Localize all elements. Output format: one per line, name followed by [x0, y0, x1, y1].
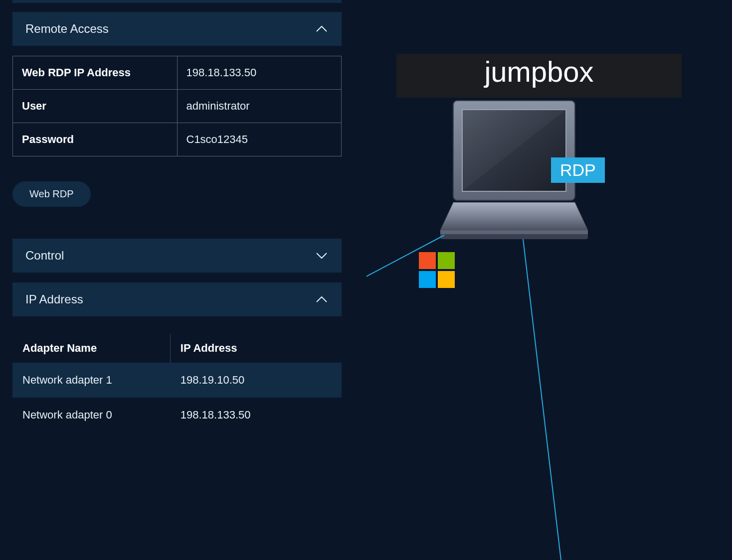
- cred-label: Web RDP IP Address: [13, 56, 178, 90]
- credentials-row: Web RDP IP Address 198.18.133.50: [13, 56, 342, 90]
- ip-address-header[interactable]: IP Address: [12, 282, 342, 316]
- credentials-table: Web RDP IP Address 198.18.133.50 User ad…: [12, 56, 342, 156]
- control-header[interactable]: Control: [12, 239, 342, 273]
- remote-access-header[interactable]: Remote Access: [12, 12, 342, 46]
- adapter-ip: 198.18.133.50: [171, 407, 342, 423]
- svg-rect-5: [440, 230, 588, 234]
- svg-marker-3: [440, 202, 588, 230]
- panel-top-edge: [12, 0, 342, 3]
- cred-value: 198.18.133.50: [177, 56, 342, 90]
- adapter-name: Network adapter 0: [12, 407, 171, 423]
- remote-access-title: Remote Access: [25, 22, 109, 36]
- rdp-badge[interactable]: RDP: [551, 157, 605, 183]
- cred-label: User: [13, 90, 178, 123]
- control-title: Control: [25, 249, 64, 263]
- svg-line-7: [523, 239, 561, 560]
- windows-icon: [419, 252, 455, 288]
- credentials-row: User administrator: [13, 90, 342, 123]
- ip-address-title: IP Address: [25, 292, 83, 306]
- col-ip-address: IP Address: [171, 334, 342, 363]
- credentials-row: Password C1sco12345: [13, 123, 342, 156]
- cred-value: administrator: [177, 90, 342, 123]
- ip-address-table: Adapter Name IP Address Network adapter …: [12, 334, 342, 432]
- chevron-up-icon: [315, 22, 329, 36]
- cred-value: C1sco12345: [177, 123, 342, 156]
- ip-table-row[interactable]: Network adapter 0 198.18.133.50: [12, 398, 342, 432]
- info-panel: Remote Access Web RDP IP Address 198.18.…: [12, 0, 342, 432]
- ip-table-row[interactable]: Network adapter 1 198.19.10.50: [12, 363, 342, 398]
- node-title: jumpbox: [396, 55, 682, 88]
- adapter-ip: 198.19.10.50: [171, 372, 342, 389]
- chevron-down-icon: [315, 249, 329, 263]
- chevron-up-icon: [315, 292, 329, 306]
- web-rdp-button[interactable]: Web RDP: [12, 181, 91, 207]
- ip-table-header: Adapter Name IP Address: [12, 334, 342, 363]
- topology-diagram: jumpbox RDP: [366, 0, 732, 560]
- adapter-name: Network adapter 1: [12, 372, 171, 389]
- col-adapter-name: Adapter Name: [12, 334, 171, 363]
- cred-label: Password: [13, 123, 178, 156]
